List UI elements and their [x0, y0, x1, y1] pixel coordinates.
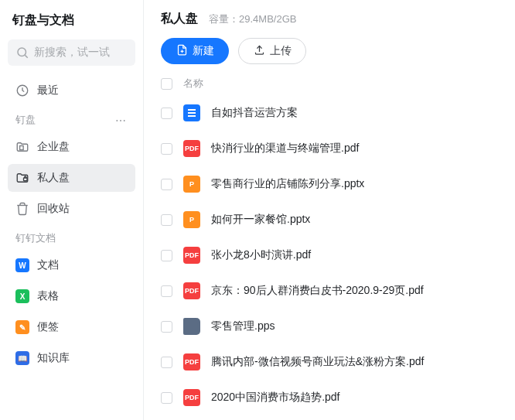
search-icon [15, 46, 29, 60]
notes-icon: ✎ [15, 320, 29, 334]
trash-icon [15, 202, 29, 216]
file-row[interactable]: P零售商行业的店铺陈列分享.pptx [144, 166, 515, 202]
svg-rect-4 [24, 178, 28, 181]
capacity: 容量：29.4MB/2GB [209, 12, 296, 26]
ppt-file-icon: P [183, 211, 200, 228]
lock-folder-icon [15, 171, 29, 185]
doc-docs-label: 文档 [37, 258, 59, 272]
row-checkbox[interactable] [161, 143, 172, 155]
search-placeholder: 新搜索，试一试 [34, 46, 110, 60]
doc-sheets-label: 表格 [37, 289, 59, 303]
file-name: 京东：90后人群消费白皮书-2020.9-29页.pdf [211, 284, 424, 298]
nav-enterprise-drive[interactable]: 企业盘 [8, 133, 135, 161]
nav-personal-label: 私人盘 [37, 171, 70, 185]
nav-trash-label: 回收站 [37, 202, 70, 216]
doc-notes[interactable]: ✎ 便签 [8, 313, 135, 341]
nav-personal-drive[interactable]: 私人盘 [8, 164, 135, 192]
doc-file-icon [183, 104, 200, 121]
search-input[interactable]: 新搜索，试一试 [8, 39, 135, 66]
sidebar: 钉盘与文档 新搜索，试一试 最近 钉盘 ⋯ 企业盘 私人盘 回收站 钉钉文 [0, 0, 144, 420]
file-row[interactable]: PDF2020中国消费市场趋势.pdf [144, 380, 515, 415]
upload-icon [254, 44, 265, 58]
ppt-file-icon: P [183, 176, 200, 193]
file-row[interactable]: PDF腾讯内部-微信视频号商业玩法&涨粉方案.pdf [144, 344, 515, 380]
section-docs: 钉钉文档 [8, 226, 135, 248]
wiki-icon: 📖 [15, 351, 29, 365]
building-folder-icon [15, 140, 29, 154]
pps-file-icon [183, 318, 200, 335]
list-header: 名称 [144, 72, 515, 95]
file-name: 腾讯内部-微信视频号商业玩法&涨粉方案.pdf [211, 355, 424, 369]
new-file-icon [176, 44, 188, 58]
svg-point-0 [18, 48, 26, 56]
app-title: 钉盘与文档 [8, 11, 135, 36]
nav-recent-label: 最近 [37, 84, 59, 97]
row-checkbox[interactable] [161, 179, 172, 190]
pdf-file-icon: PDF [183, 140, 200, 157]
file-name: 零售管理.pps [211, 319, 275, 333]
pdf-file-icon: PDF [183, 247, 200, 264]
row-checkbox[interactable] [161, 285, 172, 297]
toolbar: 新建 上传 [144, 27, 515, 72]
file-name: 2020中国消费市场趋势.pdf [211, 391, 340, 405]
row-checkbox[interactable] [161, 108, 172, 119]
doc-wiki[interactable]: 📖 知识库 [8, 344, 135, 372]
row-checkbox[interactable] [161, 214, 172, 226]
pdf-file-icon: PDF [183, 389, 200, 406]
select-all-checkbox[interactable] [161, 78, 172, 90]
doc-wiki-label: 知识库 [37, 351, 70, 365]
doc-sheets[interactable]: X 表格 [8, 282, 135, 310]
file-row[interactable]: 零售管理.pps [144, 309, 515, 344]
file-name: 自如抖音运营方案 [211, 106, 298, 120]
row-checkbox[interactable] [161, 250, 172, 261]
docs-icon: W [15, 258, 29, 272]
column-name: 名称 [183, 77, 203, 90]
file-name: 快消行业的渠道与终端管理.pdf [211, 142, 359, 155]
sheets-icon: X [15, 289, 29, 303]
row-checkbox[interactable] [161, 321, 172, 333]
new-button-label: 新建 [193, 44, 214, 58]
pdf-file-icon: PDF [183, 282, 200, 299]
upload-button[interactable]: 上传 [238, 38, 306, 64]
file-row[interactable]: PDF京东：90后人群消费白皮书-2020.9-29页.pdf [144, 273, 515, 309]
file-name: 如何开一家餐馆.pptx [211, 213, 310, 227]
nav-recent[interactable]: 最近 [8, 77, 135, 104]
file-row[interactable]: PDF张小龙8小时演讲.pdf [144, 237, 515, 273]
svg-rect-3 [20, 146, 24, 150]
file-list: 自如抖音运营方案PDF快消行业的渠道与终端管理.pdfP零售商行业的店铺陈列分享… [144, 95, 515, 415]
file-name: 张小龙8小时演讲.pdf [211, 248, 311, 262]
clock-icon [15, 84, 29, 97]
section-drive: 钉盘 ⋯ [8, 108, 135, 130]
more-icon[interactable]: ⋯ [115, 114, 128, 127]
doc-docs[interactable]: W 文档 [8, 251, 135, 279]
nav-trash[interactable]: 回收站 [8, 195, 135, 223]
file-name: 零售商行业的店铺陈列分享.pptx [211, 177, 364, 191]
row-checkbox[interactable] [161, 392, 172, 404]
svg-line-1 [25, 55, 27, 57]
row-checkbox[interactable] [161, 357, 172, 368]
upload-button-label: 上传 [270, 44, 292, 58]
pdf-file-icon: PDF [183, 353, 200, 370]
new-button[interactable]: 新建 [161, 38, 229, 64]
nav-enterprise-label: 企业盘 [37, 140, 70, 154]
main-header: 私人盘 容量：29.4MB/2GB [144, 0, 515, 27]
file-row[interactable]: 自如抖音运营方案 [144, 95, 515, 131]
doc-notes-label: 便签 [37, 320, 59, 334]
file-row[interactable]: PDF快消行业的渠道与终端管理.pdf [144, 131, 515, 166]
main-pane: 私人盘 容量：29.4MB/2GB 新建 上传 名称 自如抖音运营方案PDF快消… [144, 0, 515, 420]
file-row[interactable]: P如何开一家餐馆.pptx [144, 202, 515, 237]
page-title: 私人盘 [161, 11, 198, 27]
